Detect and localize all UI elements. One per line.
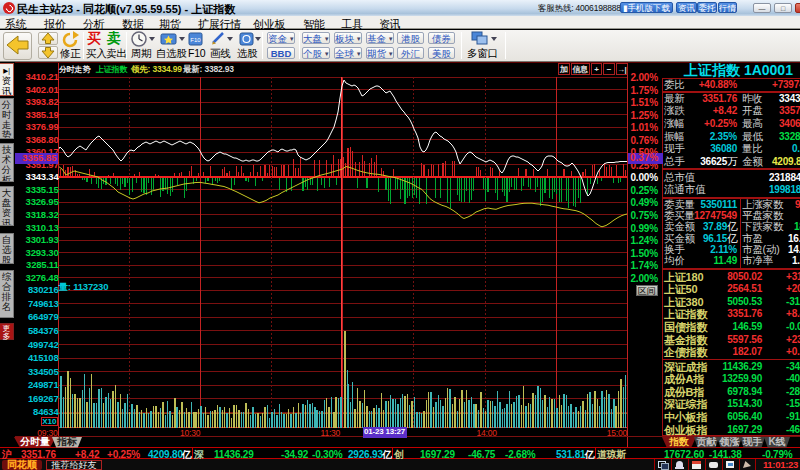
svg-text:F10: F10	[190, 37, 201, 43]
